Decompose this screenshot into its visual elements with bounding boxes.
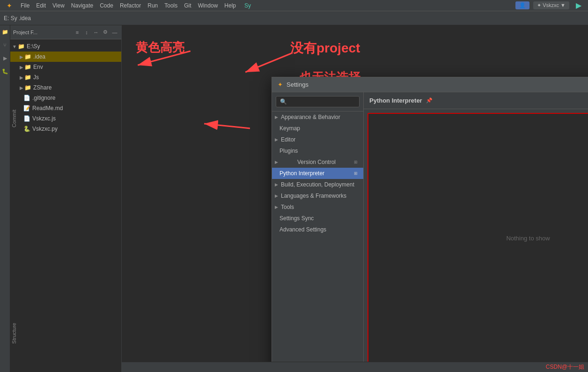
svg-line-2 bbox=[245, 53, 291, 72]
settings-panel-body: Nothing to show bbox=[364, 109, 588, 367]
tree-item-label: ZShare bbox=[33, 84, 51, 91]
nav-item-label: Python Interpreter bbox=[279, 170, 324, 177]
debug-icon[interactable]: 🐛 bbox=[0, 67, 10, 76]
nav-item-label: Languages & Frameworks bbox=[281, 193, 346, 199]
settings-nav-plugins[interactable]: Plugins bbox=[272, 145, 363, 156]
menu-item-refactor[interactable]: Refactor bbox=[117, 1, 144, 10]
settings-content: Python Interpreter 📌 ‹ › Nothing to show bbox=[364, 92, 588, 367]
nav-ext-icon: ⊞ bbox=[354, 160, 358, 164]
tree-item-label: E:\Sy bbox=[27, 43, 40, 50]
tree-item-gitignore[interactable]: 📄 .gitignore bbox=[10, 93, 121, 103]
tree-item-label: ReadMe.md bbox=[32, 105, 63, 112]
folder-icon[interactable]: 📁 bbox=[0, 27, 10, 37]
settings-content-header: Python Interpreter 📌 ‹ › bbox=[364, 92, 588, 109]
interpreter-content-box: Nothing to show bbox=[368, 113, 588, 363]
git-icon[interactable]: ⑂ bbox=[0, 40, 10, 50]
app-icon: ✦ bbox=[4, 1, 15, 10]
settings-nav-settings-sync[interactable]: Settings Sync bbox=[272, 213, 363, 224]
settings-nav-editor[interactable]: Editor bbox=[272, 134, 363, 145]
tree-item-label: Vskzxc.py bbox=[32, 126, 58, 132]
settings-nav-build[interactable]: Build, Execution, Deployment bbox=[272, 179, 363, 190]
content-area: 黄色高亮 没有project 也无法选择 Python Interpreter bbox=[122, 25, 588, 372]
tree-item-idea[interactable]: ▶ 📁 .idea bbox=[10, 52, 121, 62]
panel-title: Python Interpreter bbox=[369, 97, 422, 104]
tree-area: ▼ 📁 E:\Sy ▶ 📁 .idea ▶ 📁 Env ▶ 📁 Js bbox=[10, 39, 121, 372]
status-bar: CSDN@十一姐 bbox=[122, 362, 588, 372]
menu-item-edit[interactable]: Edit bbox=[33, 1, 49, 10]
svg-line-3 bbox=[204, 124, 250, 128]
sidebar-icon-close[interactable]: — bbox=[111, 29, 118, 36]
settings-search-input[interactable] bbox=[276, 96, 360, 107]
menu-item-code[interactable]: Code bbox=[97, 1, 116, 10]
dialog-body: Appearance & Behavior Keymap Editor Plug… bbox=[272, 92, 588, 367]
structure-label[interactable]: Structure bbox=[11, 323, 17, 344]
settings-nav-vcs[interactable]: Version Control ⊞ bbox=[272, 156, 363, 168]
csdn-watermark: CSDN@十一姐 bbox=[546, 363, 584, 371]
settings-nav: Appearance & Behavior Keymap Editor Plug… bbox=[272, 92, 364, 367]
tree-item-readme[interactable]: 📝 ReadMe.md bbox=[10, 103, 121, 113]
dialog-title-text: Settings bbox=[287, 81, 309, 88]
menu-item-file[interactable]: File bbox=[18, 1, 32, 10]
menu-item-git[interactable]: Git bbox=[181, 1, 194, 10]
tree-item-label: Js bbox=[33, 74, 39, 81]
menu-bar: ✦ File Edit View Navigate Code Refactor … bbox=[0, 0, 588, 11]
menu-item-navigate[interactable]: Navigate bbox=[68, 1, 96, 10]
tree-item-vskzxc-py[interactable]: 🐍 Vskzxc.py bbox=[10, 124, 121, 134]
tree-item-label: .gitignore bbox=[32, 95, 55, 101]
tree-item-root[interactable]: ▼ 📁 E:\Sy bbox=[10, 41, 121, 52]
dialog-title-bar: ✦ Settings ✕ bbox=[272, 77, 588, 92]
settings-nav-advanced[interactable]: Advanced Settings bbox=[272, 224, 363, 235]
tree-item-vskzxc-js[interactable]: 📄 Vskzxc.js bbox=[10, 113, 121, 124]
nav-item-label: Build, Execution, Deployment bbox=[281, 181, 354, 188]
tree-item-label: Env bbox=[33, 64, 43, 70]
settings-nav-keymap[interactable]: Keymap bbox=[272, 123, 363, 134]
sidebar-icon-settings[interactable]: ⚙ bbox=[102, 29, 109, 36]
settings-search-area bbox=[272, 92, 363, 112]
run-button[interactable]: ▶ bbox=[573, 0, 584, 11]
nav-item-label: Keymap bbox=[279, 125, 300, 132]
tree-item-env[interactable]: ▶ 📁 Env bbox=[10, 62, 121, 72]
pin-icon[interactable]: 📌 bbox=[426, 97, 433, 104]
settings-nav-languages[interactable]: Languages & Frameworks bbox=[272, 190, 363, 201]
vcs-label[interactable]: ✦ Vskzxc ▼ bbox=[533, 1, 569, 9]
settings-nav-python-interpreter[interactable]: Python Interpreter ⊞ bbox=[272, 168, 363, 179]
tree-item-label: Vskzxc.js bbox=[32, 115, 56, 122]
menu-item-view[interactable]: View bbox=[50, 1, 67, 10]
nav-item-label: Advanced Settings bbox=[279, 226, 326, 233]
tree-item-zshare[interactable]: ▶ 📁 ZShare bbox=[10, 82, 121, 93]
annotation-yellow: 黄色高亮 bbox=[136, 39, 184, 56]
run-icon[interactable]: ▶ bbox=[0, 53, 10, 63]
sidebar-tab-label[interactable]: Project F... bbox=[13, 30, 72, 35]
menu-item-help[interactable]: Help bbox=[221, 1, 239, 10]
svg-line-1 bbox=[138, 51, 191, 65]
nav-item-label: Plugins bbox=[279, 148, 298, 154]
main-layout: 📁 ⑂ ▶ 🐛 Project F... ≡ ↕ ↔ ⚙ — ▼ 📁 E:\Sy… bbox=[0, 25, 588, 372]
settings-dialog: ✦ Settings ✕ Appearance & Behavior bbox=[272, 77, 588, 372]
nav-item-label: Appearance & Behavior bbox=[281, 114, 340, 120]
tree-item-js[interactable]: ▶ 📁 Js bbox=[10, 72, 121, 82]
nav-item-label: Settings Sync bbox=[279, 215, 314, 222]
sidebar-toolbar: Project F... ≡ ↕ ↔ ⚙ — bbox=[10, 25, 121, 39]
menu-item-window[interactable]: Window bbox=[195, 1, 221, 10]
user-icon[interactable]: 👤 bbox=[515, 1, 529, 9]
nothing-to-show-label: Nothing to show bbox=[506, 235, 550, 242]
sidebar-icon-expand[interactable]: ↔ bbox=[92, 29, 100, 36]
sidebar-icon-list[interactable]: ≡ bbox=[74, 29, 81, 36]
nav-item-label: Tools bbox=[281, 204, 294, 210]
icon-bar: 📁 ⑂ ▶ 🐛 bbox=[0, 25, 10, 372]
title-bar: E: Sy .idea bbox=[0, 11, 588, 25]
nav-item-label: Editor bbox=[281, 136, 295, 143]
nav-ext-icon-active: ⊞ bbox=[354, 171, 358, 176]
settings-nav-appearance[interactable]: Appearance & Behavior bbox=[272, 112, 363, 123]
sidebar-icon-sort[interactable]: ↕ bbox=[83, 29, 90, 36]
sidebar: Project F... ≡ ↕ ↔ ⚙ — ▼ 📁 E:\Sy ▶ 📁 .id… bbox=[10, 25, 122, 372]
title-text: E: Sy .idea bbox=[4, 15, 31, 22]
settings-nav-tools[interactable]: Tools bbox=[272, 201, 363, 213]
menu-item-run[interactable]: Run bbox=[145, 1, 161, 10]
tree-item-label: .idea bbox=[33, 53, 45, 60]
menu-item-tools[interactable]: Tools bbox=[162, 1, 180, 10]
nav-item-label: Version Control bbox=[297, 159, 336, 165]
commit-label[interactable]: Commit bbox=[11, 110, 17, 127]
project-indicator: Sy bbox=[242, 1, 254, 10]
dialog-title-icon: ✦ bbox=[278, 81, 283, 88]
